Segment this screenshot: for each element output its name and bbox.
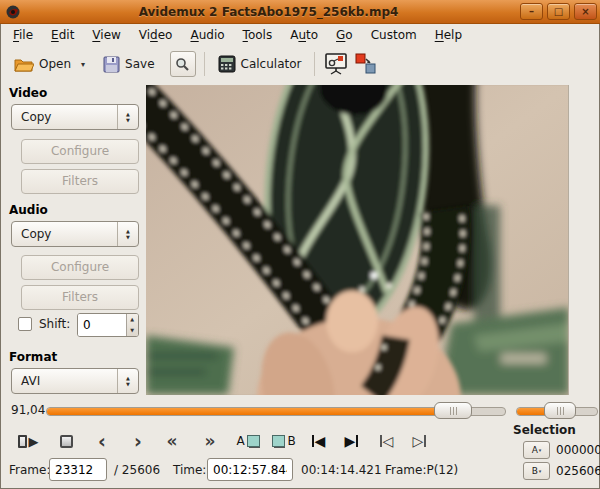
frame-type-label: Frame:P(12) [385,463,458,477]
audio-codec-combo[interactable]: Copy ▲ ▼ [11,221,139,247]
menu-video[interactable]: Video [130,25,182,45]
toolbar-separator [314,52,315,76]
preview-output-button[interactable] [323,51,349,77]
menu-tools[interactable]: Tools [234,25,282,45]
selection-end-value: 025606 [556,464,600,478]
window-title: Avidemux 2 FactsAbo1975_256kb.mp4 [21,5,516,19]
frame-input[interactable] [49,458,107,481]
shift-spinbox[interactable]: ▲ ▼ [77,313,139,337]
save-button[interactable]: Save [98,53,159,76]
video-codec-value: Copy [12,105,117,129]
swap-output-button[interactable] [353,51,379,77]
next-black-frame-button[interactable]: ▷ [405,429,435,453]
save-floppy-icon [103,56,120,73]
close-button[interactable]: × [574,3,597,20]
menu-auto[interactable]: Auto [281,25,327,45]
stop-icon [60,435,73,448]
rewind-button[interactable]: « [157,429,187,453]
audio-configure-button[interactable]: Configure [21,255,139,280]
next-frame-icon: › [134,431,142,451]
play-button[interactable]: ▶ [13,429,43,453]
toolbar: Open ▾ Save [1,46,599,82]
frame-total-label: / 25606 [114,463,160,477]
seek-slider-handle[interactable] [434,402,472,419]
marker-a-small-icon: A [532,445,538,455]
next-black-frame-icon [424,435,426,447]
previous-frame-button[interactable]: ‹ [87,429,117,453]
titlebar[interactable]: Avidemux 2 FactsAbo1975_256kb.mp4 – □ × [0,0,600,24]
toolbar-separator [204,52,205,76]
next-keyframe-icon [356,435,358,447]
position-percent-label: 91,04 [11,403,45,417]
video-section-label: Video [9,86,47,100]
save-label: Save [125,57,154,71]
info-button[interactable] [170,51,196,77]
selection-start-value: 000000 [556,443,600,457]
red-blue-swap-icon [355,53,377,75]
minimize-button[interactable]: – [520,3,543,20]
next-frame-button[interactable]: › [123,429,153,453]
shift-label: Shift: [39,317,70,331]
frame-label: Frame: [9,463,50,477]
projector-screen-icon [324,53,348,75]
combo-arrows-icon: ▲ ▼ [117,369,138,393]
open-button[interactable]: Open [9,53,76,76]
video-still-film-reel [146,85,569,395]
combo-arrows-icon: ▲ ▼ [117,222,138,246]
video-filters-button[interactable]: Filters [21,169,139,194]
menu-go[interactable]: Go [327,25,362,45]
volume-slider-handle[interactable] [544,402,576,419]
shift-checkbox[interactable] [18,317,32,331]
time-input[interactable] [207,458,293,481]
selection-end-button[interactable]: B ▾ [523,462,550,480]
marker-a-icon [247,435,260,447]
seek-slider-fill [47,408,447,415]
fast-forward-icon: » [205,431,216,451]
menu-file[interactable]: File [4,25,42,45]
play-icon [18,435,27,448]
set-marker-b-button[interactable]: B [267,429,303,453]
open-folder-icon [14,56,34,73]
video-configure-button[interactable]: Configure [21,139,139,164]
open-label: Open [39,57,71,71]
menu-help[interactable]: Help [426,25,471,45]
marker-b-small-icon: B [532,466,538,476]
selection-start-button[interactable]: A ▾ [523,441,550,459]
menu-edit[interactable]: Edit [42,25,83,45]
previous-black-frame-button[interactable]: ◁ [371,429,401,453]
marker-b-icon [272,435,285,447]
menubar: File Edit View Video Audio Tools Auto Go… [1,24,599,46]
combo-arrows-icon: ▲ ▼ [117,105,138,129]
menu-view[interactable]: View [83,25,129,45]
previous-keyframe-icon [312,435,314,447]
selection-title: Selection [513,423,576,437]
time-label: Time: [173,463,206,477]
previous-keyframe-button[interactable]: ◀ [303,429,333,453]
stop-button[interactable] [51,429,81,453]
video-preview [146,85,569,395]
video-codec-combo[interactable]: Copy ▲ ▼ [11,104,139,130]
previous-black-frame-icon [380,435,382,447]
rewind-icon: « [167,431,178,451]
calculator-button[interactable]: Calculator [213,52,307,76]
magnifier-icon [175,57,190,72]
format-value: AVI [12,369,117,393]
app-icon [5,4,21,20]
set-marker-a-button[interactable]: A [229,429,265,453]
shift-input[interactable] [78,314,126,336]
maximize-button[interactable]: □ [547,3,570,20]
format-section-label: Format [9,350,57,364]
previous-frame-icon: ‹ [98,431,106,451]
audio-filters-button[interactable]: Filters [21,285,139,310]
audio-codec-value: Copy [12,222,117,246]
format-combo[interactable]: AVI ▲ ▼ [11,368,139,394]
open-dropdown-arrow[interactable]: ▾ [76,56,90,73]
next-keyframe-button[interactable]: ▶ [337,429,367,453]
calculator-icon [218,55,236,73]
spinner-arrows-icon[interactable]: ▲ ▼ [126,314,138,336]
menu-audio[interactable]: Audio [181,25,233,45]
menu-custom[interactable]: Custom [362,25,426,45]
avidemux-window: Avidemux 2 FactsAbo1975_256kb.mp4 – □ × … [0,0,600,489]
audio-section-label: Audio [9,203,48,217]
fast-forward-button[interactable]: » [195,429,225,453]
